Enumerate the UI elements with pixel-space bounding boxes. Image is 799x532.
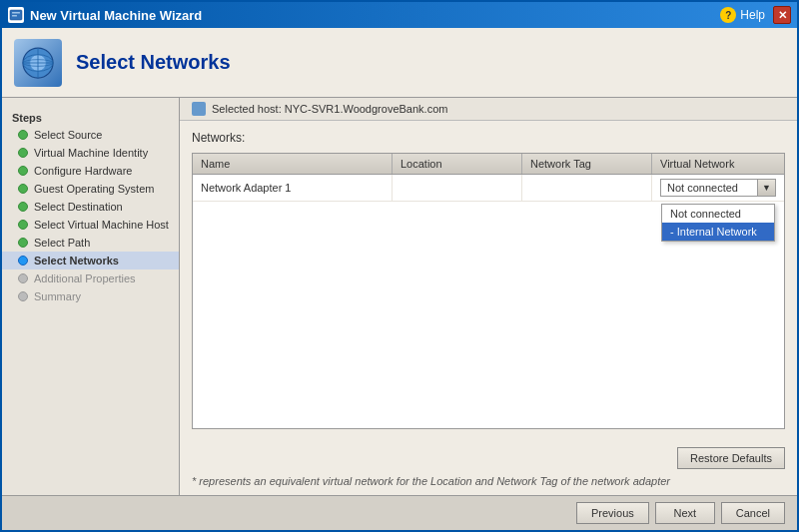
panel-footer: Restore Defaults * represents an equival…: [180, 439, 797, 495]
bottom-nav: Previous Next Cancel: [2, 495, 797, 530]
col-header-virtual-network: Virtual Network: [652, 154, 784, 174]
networks-table-container: Name Location Network Tag Virtual Networ…: [192, 153, 785, 429]
window-title: New Virtual Machine Wizard: [30, 8, 202, 23]
header-icon: [14, 39, 62, 87]
sidebar-label-select-destination: Select Destination: [34, 201, 123, 213]
close-button[interactable]: ✕: [773, 6, 791, 24]
step-bullet-select-path: [18, 238, 28, 248]
step-bullet-select-networks: [18, 256, 28, 266]
wizard-icon: [8, 7, 24, 23]
next-button[interactable]: Next: [655, 502, 715, 524]
panel-content: Networks: Name Location Network Tag Virt…: [180, 121, 797, 439]
step-bullet-configure-hardware: [18, 166, 28, 176]
sidebar-item-configure-hardware[interactable]: Configure Hardware: [2, 162, 179, 180]
main-panel: Selected host: NYC-SVR1.WoodgroveBank.co…: [180, 98, 797, 495]
restore-defaults-button[interactable]: Restore Defaults: [677, 447, 785, 469]
sidebar-item-guest-os[interactable]: Guest Operating System: [2, 180, 179, 198]
dropdown-arrow-icon: ▼: [757, 180, 775, 196]
restore-defaults-row: Restore Defaults: [192, 447, 785, 469]
dropdown-current-value: Not connected: [667, 182, 738, 194]
cell-location: [393, 175, 522, 201]
svg-rect-2: [12, 15, 17, 17]
step-bullet-select-source: [18, 130, 28, 140]
previous-button[interactable]: Previous: [576, 502, 649, 524]
step-bullet-select-destination: [18, 202, 28, 212]
step-bullet-summary: [18, 291, 28, 301]
sidebar-label-machine-identity: Virtual Machine Identity: [34, 147, 148, 159]
networks-label: Networks:: [192, 131, 785, 145]
step-bullet-machine-identity: [18, 148, 28, 158]
help-icon: ?: [720, 7, 736, 23]
sidebar-label-configure-hardware: Configure Hardware: [34, 165, 132, 177]
cell-network-tag: [522, 175, 652, 201]
col-header-location: Location: [393, 154, 522, 174]
sidebar-item-summary: Summary: [2, 287, 179, 305]
main-window: New Virtual Machine Wizard ? Help ✕ S: [0, 0, 799, 532]
steps-label: Steps: [2, 106, 179, 126]
sidebar-label-select-path: Select Path: [34, 237, 90, 249]
sidebar-item-machine-identity[interactable]: Virtual Machine Identity: [2, 144, 179, 162]
virtual-network-dropdown[interactable]: Not connected ▼ Not connected - Internal…: [660, 179, 776, 197]
sidebar-label-summary: Summary: [34, 290, 81, 302]
sidebar-label-guest-os: Guest Operating System: [34, 183, 154, 195]
cell-virtual-network: Not connected ▼ Not connected - Internal…: [652, 175, 784, 201]
sidebar-label-select-vm-host: Select Virtual Machine Host: [34, 219, 169, 231]
step-bullet-select-vm-host: [18, 220, 28, 230]
svg-rect-1: [12, 12, 20, 14]
step-bullet-additional-properties: [18, 273, 28, 283]
sidebar-item-select-destination[interactable]: Select Destination: [2, 198, 179, 216]
sidebar-label-select-networks: Select Networks: [34, 255, 119, 266]
sidebar-label-select-source: Select Source: [34, 129, 102, 141]
sidebar-item-select-networks[interactable]: Select Networks: [2, 252, 179, 269]
cancel-button[interactable]: Cancel: [721, 502, 785, 524]
host-label: Selected host: NYC-SVR1.WoodgroveBank.co…: [212, 103, 447, 115]
footer-note: * represents an equivalent virtual netwo…: [192, 475, 785, 487]
title-bar-left: New Virtual Machine Wizard: [8, 7, 202, 23]
sidebar-item-additional-properties: Additional Properties: [2, 269, 179, 287]
step-bullet-guest-os: [18, 184, 28, 194]
table-row: Network Adapter 1 Not connected ▼ Not co…: [193, 175, 784, 202]
page-title: Select Networks: [76, 51, 231, 74]
content-area: Steps Select Source Virtual Machine Iden…: [2, 98, 797, 495]
cell-adapter-name: Network Adapter 1: [193, 175, 393, 201]
sidebar-label-additional-properties: Additional Properties: [34, 272, 136, 284]
help-label: Help: [740, 8, 765, 22]
help-button[interactable]: ? Help: [720, 7, 765, 23]
sidebar-item-select-vm-host[interactable]: Select Virtual Machine Host: [2, 216, 179, 234]
col-header-network-tag: Network Tag: [522, 154, 652, 174]
dropdown-option-internal-network[interactable]: - Internal Network: [662, 223, 774, 241]
sidebar-item-select-source[interactable]: Select Source: [2, 126, 179, 144]
dropdown-list: Not connected - Internal Network: [661, 204, 775, 242]
header-area: Select Networks: [2, 28, 797, 98]
sidebar-item-select-path[interactable]: Select Path: [2, 234, 179, 252]
table-header: Name Location Network Tag Virtual Networ…: [193, 154, 784, 175]
server-icon: [192, 102, 206, 116]
title-bar: New Virtual Machine Wizard ? Help ✕: [2, 2, 797, 28]
dropdown-option-not-connected[interactable]: Not connected: [662, 205, 774, 223]
col-header-name: Name: [193, 154, 393, 174]
sidebar: Steps Select Source Virtual Machine Iden…: [2, 98, 180, 495]
host-bar: Selected host: NYC-SVR1.WoodgroveBank.co…: [180, 98, 797, 121]
